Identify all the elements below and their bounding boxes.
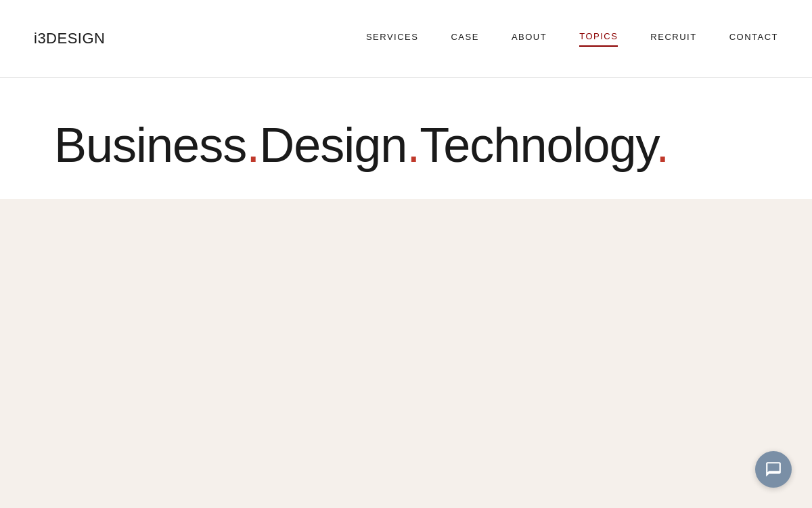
nav-item-services[interactable]: SERVICES xyxy=(366,32,419,46)
hero-title: Business.Design.Technology. xyxy=(54,119,778,172)
nav-item-about[interactable]: ABOUT xyxy=(512,32,547,46)
logo-text: i3DESIGN xyxy=(34,30,105,47)
nav-item-contact[interactable]: CONTACT xyxy=(729,32,778,46)
site-logo[interactable]: i3DESIGN xyxy=(34,30,105,47)
nav-item-case[interactable]: CASE xyxy=(451,32,478,46)
content-area xyxy=(0,199,812,508)
chat-button[interactable] xyxy=(755,451,792,488)
nav-item-topics[interactable]: TOPICS xyxy=(579,31,618,47)
nav-item-recruit[interactable]: RECRUIT xyxy=(650,32,696,46)
hero-section: Business.Design.Technology. xyxy=(0,78,812,199)
site-header: i3DESIGN SERVICES CASE ABOUT TOPICS RECR… xyxy=(0,0,812,78)
hero-title-text: Business.Design.Technology. xyxy=(54,118,669,172)
main-nav: SERVICES CASE ABOUT TOPICS RECRUIT CONTA… xyxy=(366,31,778,47)
